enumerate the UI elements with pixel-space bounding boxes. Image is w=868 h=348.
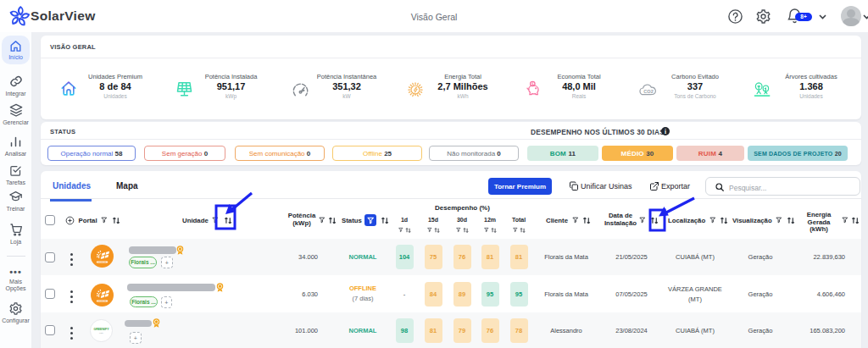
svg-text:FLORAIS: FLORAIS	[98, 261, 107, 262]
svg-text:este: este	[99, 331, 103, 334]
svg-text:i: i	[665, 129, 666, 135]
svg-text:GREENIFY: GREENIFY	[93, 327, 109, 330]
svg-text:CO2: CO2	[643, 89, 653, 94]
svg-text:FLORAIS: FLORAIS	[98, 300, 107, 301]
